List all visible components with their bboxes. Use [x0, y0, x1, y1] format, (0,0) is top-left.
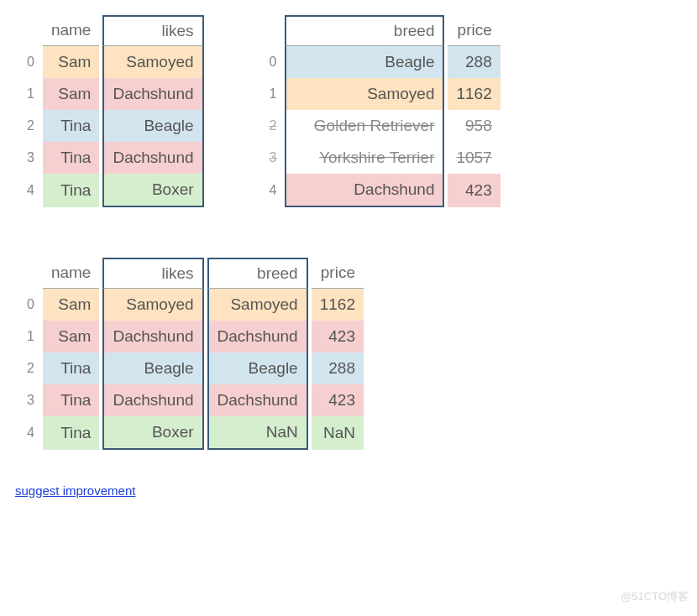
table-row: 2 Tina Beagle [18, 110, 204, 142]
table-row: 1 Samoyed 1162 [261, 78, 500, 110]
table-left-body: 0 Sam Samoyed 1 Sam Dachshund 2 Tina Bea… [18, 46, 204, 207]
table-row: 3 Yorkshire Terrier 1057 [261, 142, 500, 174]
col-name: name [43, 15, 100, 46]
col-price: price [448, 15, 500, 46]
table-row: 4 Tina Boxer [18, 174, 204, 207]
col-likes: likes [102, 258, 203, 289]
table-row: 0 Sam Samoyed Samoyed 1162 [18, 289, 364, 321]
col-price: price [312, 258, 364, 289]
col-index [261, 15, 282, 46]
table-row: 2 Tina Beagle Beagle 288 [18, 352, 364, 384]
table-right: breed price 0 Beagle 288 1 Samoyed 1162 … [258, 15, 504, 207]
table-row: 1 Sam Dachshund [18, 78, 204, 110]
col-breed: breed [207, 258, 308, 289]
table-row: 3 Tina Dachshund [18, 142, 204, 174]
col-likes: likes [102, 15, 203, 46]
table-row: 2 Golden Retriever 958 [261, 110, 500, 142]
suggest-improvement-link[interactable]: suggest improvement [15, 483, 135, 498]
col-index [18, 258, 39, 289]
table-row: 3 Tina Dachshund Dachshund 423 [18, 384, 364, 416]
col-name: name [43, 258, 100, 289]
table-row: 0 Beagle 288 [261, 46, 500, 78]
table-row: 0 Sam Samoyed [18, 46, 204, 78]
col-breed: breed [285, 15, 444, 46]
table-row: 4 Tina Boxer NaN NaN [18, 416, 364, 450]
col-index [18, 15, 39, 46]
table-row: 1 Sam Dachshund Dachshund 423 [18, 321, 364, 352]
table-left: name likes 0 Sam Samoyed 1 Sam Dachshund… [15, 15, 207, 207]
table-row: 4 Dachshund 423 [261, 174, 500, 207]
table-merged: name likes breed price 0 Sam Samoyed Sam… [15, 258, 367, 450]
table-merged-body: 0 Sam Samoyed Samoyed 1162 1 Sam Dachshu… [18, 289, 364, 450]
table-right-body: 0 Beagle 288 1 Samoyed 1162 2 Golden Ret… [261, 46, 500, 207]
